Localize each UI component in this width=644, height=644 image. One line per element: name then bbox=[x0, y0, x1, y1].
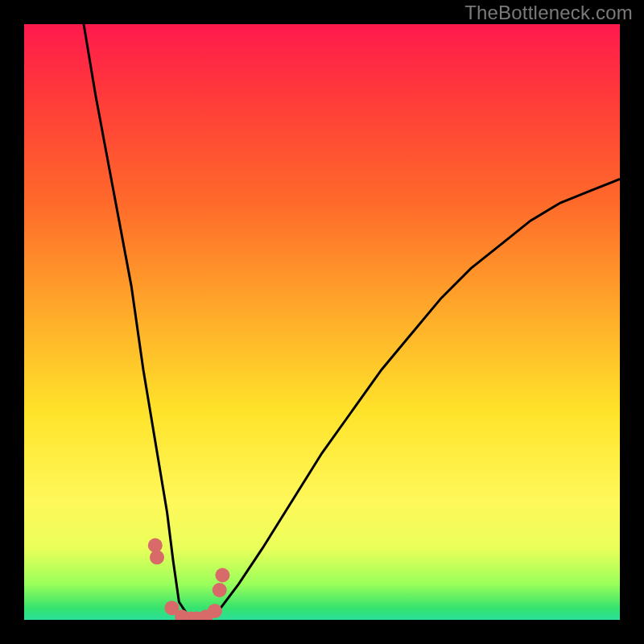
plot-area bbox=[24, 24, 620, 620]
outer-frame: TheBottleneck.com bbox=[0, 0, 644, 644]
watermark-text: TheBottleneck.com bbox=[464, 2, 633, 24]
